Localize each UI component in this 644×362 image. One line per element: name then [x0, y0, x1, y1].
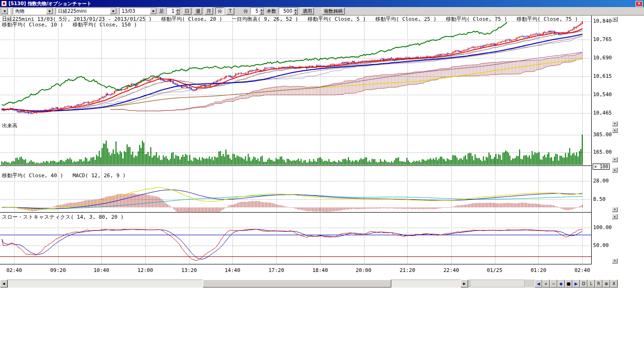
nav-left-button[interactable]: ◀: [535, 280, 542, 288]
indicator-legend-line2: 移動平均( Close, 10 ) 移動平均( Close, 150 ): [2, 22, 137, 27]
chart-action-buttons: ◀ + − ◆ ■ ▶ D L R ⊕ X: [535, 280, 618, 288]
time-axis-label: 21:20: [399, 267, 415, 273]
price-axis-label: 10,840: [593, 18, 612, 24]
d-mode-button[interactable]: D: [580, 280, 587, 288]
r-mode-button[interactable]: R: [595, 280, 603, 288]
spin-up-icon[interactable]: ▲: [175, 8, 180, 11]
count-label: 本数: [267, 8, 276, 15]
bar-label: 足: [159, 8, 164, 15]
volume-axis-label: 385.00: [593, 132, 612, 137]
time-axis-label: 18:40: [312, 267, 328, 273]
macd-scale-down-button[interactable]: ▼: [612, 207, 618, 212]
time-axis-label: 13:20: [181, 267, 197, 273]
volume-axis-label: 165.00: [593, 149, 612, 155]
zoom-out-button[interactable]: −: [550, 280, 557, 288]
period-day-button[interactable]: 日: [183, 8, 191, 15]
minute-label: 分: [243, 8, 248, 15]
period-week-button[interactable]: 週: [194, 8, 202, 15]
chart-panel: 日経225mini 13/03( 5分, 2013/01/23 - 2013/0…: [0, 16, 618, 280]
period-minute-button[interactable]: 分: [215, 8, 224, 15]
chevron-down-icon[interactable]: ▼: [46, 8, 53, 14]
stoch-panel-label: スロー・ストキャスティクス( 14, 3, 80, 20 ): [2, 214, 124, 220]
time-axis-label: 22:40: [443, 267, 459, 273]
diamond-button[interactable]: ◆: [557, 280, 565, 288]
category-value: 先物: [13, 8, 46, 15]
minute-input[interactable]: [251, 8, 259, 14]
horizontal-scrollbar-track[interactable]: [8, 280, 461, 288]
time-axis-label: 20:00: [355, 267, 371, 273]
chevron-down-icon[interactable]: ▼: [110, 8, 116, 14]
indicator-legend-line1: 日経225mini 13/03( 5分, 2013/01/23 - 2013/0…: [2, 16, 578, 22]
scrollbar-right-arrow-icon[interactable]: ▶: [461, 280, 468, 288]
nav-right-button[interactable]: ▶: [572, 280, 580, 288]
bar-interval-input[interactable]: [167, 8, 175, 14]
symbol-value: 日経225mini: [56, 8, 110, 15]
volume-scale-up-button[interactable]: ▲: [612, 128, 618, 133]
time-axis-label: 17:20: [268, 267, 284, 273]
price-axis-label: 10,615: [593, 74, 612, 79]
time-axis-label: 01:20: [530, 267, 546, 273]
square-button[interactable]: ■: [565, 280, 572, 288]
price-axis-label: 10,465: [593, 110, 612, 115]
l-mode-button[interactable]: L: [587, 280, 595, 288]
count-input[interactable]: [279, 8, 293, 14]
macd-axis-label: 8.50: [593, 197, 606, 202]
spin-down-icon[interactable]: ▼: [175, 11, 180, 15]
spin-down-icon[interactable]: ▼: [293, 11, 298, 15]
volume-scale-down-button[interactable]: ▼: [612, 157, 618, 162]
price-axis-label: 10,690: [593, 55, 612, 60]
price-axis-label: 10,540: [593, 92, 612, 97]
stoch-axis-label: 50.00: [593, 243, 609, 248]
application-window: [5130] 指数先物/オプションチャート ✕ ▼ 先物 ▼ 日経225mini…: [0, 0, 644, 362]
volume-panel-label: 出来高: [2, 123, 17, 128]
time-axis-label: 12:00: [137, 267, 153, 273]
contract-dropdown[interactable]: 13/03 ▼: [119, 8, 157, 15]
time-axis-label: 01/25: [487, 267, 502, 273]
count-stepper[interactable]: ▲ ▼: [279, 8, 298, 15]
app-icon: [1, 1, 7, 6]
time-axis-label: 14:40: [224, 267, 240, 273]
spin-up-icon[interactable]: ▲: [293, 8, 298, 11]
macd-panel-label: 移動平均( Close, 40 ) MACD( 12, 26, 9 ): [2, 173, 126, 178]
title-bar: [5130] 指数先物/オプションチャート ✕: [0, 0, 644, 7]
horizontal-scrollbar-thumb[interactable]: [203, 280, 391, 288]
time-axis-label: 09:20: [50, 267, 66, 273]
contract-value: 13/03: [120, 8, 150, 14]
stoch-axis-label: 100.00: [593, 225, 612, 230]
multi-symbol-button[interactable]: 複数銘柄: [322, 8, 345, 15]
chevron-down-icon[interactable]: ▼: [150, 8, 157, 14]
spin-up-icon[interactable]: ▲: [259, 8, 264, 11]
chart-canvas[interactable]: [0, 16, 592, 264]
minute-stepper[interactable]: ▲ ▼: [250, 8, 264, 15]
symbol-dropdown[interactable]: 日経225mini ▼: [56, 8, 117, 15]
x-close-button[interactable]: X: [610, 280, 618, 288]
time-axis-label: 02:40: [574, 267, 590, 273]
price-axis-label: 10,765: [593, 37, 612, 42]
toolbar: ▼ 先物 ▼ 日経225mini ▼ 13/03 ▼ 足 ▲ ▼ 日 週 月 分…: [0, 7, 644, 16]
spin-down-icon[interactable]: ▼: [259, 11, 264, 15]
stoch-scale-up-button[interactable]: ▲: [612, 214, 618, 219]
price-scale-up-button[interactable]: ▲: [612, 16, 618, 22]
macd-scale-up-button[interactable]: ▲: [612, 167, 618, 173]
time-axis-label: 10:40: [93, 267, 109, 273]
chart-type-dropdown[interactable]: ▼: [1, 8, 10, 15]
zoom-in-button[interactable]: +: [542, 280, 550, 288]
magnify-button[interactable]: ⊕: [603, 280, 610, 288]
period-month-button[interactable]: 月: [205, 8, 213, 15]
macd-axis-label: 28.00: [593, 178, 609, 183]
chevron-down-icon[interactable]: ▼: [1, 8, 8, 14]
scrollbar-left-arrow-icon[interactable]: ◀: [0, 280, 8, 288]
period-tick-button[interactable]: T: [226, 8, 234, 15]
category-dropdown[interactable]: 先物 ▼: [13, 8, 53, 15]
close-button[interactable]: ✕: [636, 1, 643, 7]
apply-button[interactable]: 適用: [301, 8, 314, 15]
bar-interval-stepper[interactable]: ▲ ▼: [166, 8, 181, 15]
price-scale-down-button[interactable]: ▼: [612, 121, 618, 126]
secondary-scrollbar-track: [470, 280, 525, 288]
time-axis-label: 02:40: [6, 267, 22, 273]
bottom-bar: ◀ ▶ ◀ + − ◆ ■ ▶ D L R ⊕ X: [0, 280, 618, 288]
window-title: [5130] 指数先物/オプションチャート: [8, 0, 636, 7]
stoch-scale-down-button[interactable]: ▼: [612, 258, 618, 263]
volume-multiplier-badge: × 100: [593, 164, 610, 170]
